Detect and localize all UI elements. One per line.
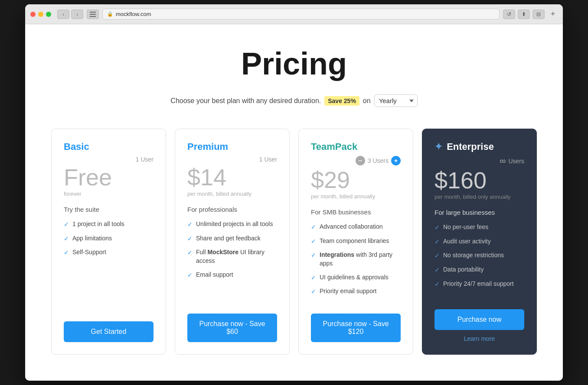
plan-premium-tagline: For professionals	[187, 206, 277, 213]
check-icon: ✓	[434, 238, 440, 246]
plan-premium-users: 1 User	[187, 156, 277, 163]
lock-icon: 🔒	[107, 11, 113, 17]
check-icon: ✓	[64, 249, 69, 257]
plan-basic-name: Basic	[64, 141, 154, 152]
billing-select[interactable]: Yearly Monthly	[374, 94, 418, 107]
enterprise-learn-more-link[interactable]: Learn more	[434, 335, 524, 342]
close-button[interactable]	[30, 12, 36, 17]
subtitle-row: Choose your best plan with any desired d…	[51, 94, 537, 107]
check-icon: ✓	[311, 251, 316, 260]
plan-teampack-users: − 3 Users +	[311, 156, 401, 165]
plan-teampack-price-sub: per month, billed annually	[311, 193, 401, 200]
plan-premium-price-sub: per month, billed annually	[187, 191, 277, 197]
address-bar[interactable]: 🔒 mockflow.com	[102, 9, 500, 19]
list-item: ✓ Share and get feedback	[187, 234, 277, 243]
teampack-cta-button[interactable]: Purchase now - Save $120	[311, 314, 401, 342]
plan-enterprise-price-sub: per month, billed only annually	[434, 194, 524, 200]
check-icon: ✓	[187, 271, 193, 280]
plan-basic-price-sub: forever	[64, 191, 154, 197]
check-icon: ✓	[434, 252, 440, 260]
svg-rect-2	[90, 16, 96, 17]
forward-button[interactable]: ›	[71, 10, 83, 19]
fullscreen-button[interactable]	[46, 12, 51, 17]
list-item: ✓ Data portability	[434, 265, 524, 275]
plan-teampack-name: TeamPack	[311, 141, 401, 152]
list-item: ✓ Team component libraries	[311, 237, 401, 246]
reload-button[interactable]: ↺	[503, 10, 515, 19]
list-item: ✓ UI guidelines & approvals	[311, 273, 401, 282]
basic-cta-button[interactable]: Get Started	[64, 321, 154, 342]
plan-enterprise-tagline: For large businesses	[434, 209, 524, 216]
check-icon: ✓	[187, 235, 193, 243]
plan-basic-tagline: Try the suite	[64, 206, 154, 213]
plan-enterprise: ✦ Enterprise ∞ Users $160 per month, bil…	[422, 129, 537, 355]
svg-rect-1	[90, 14, 96, 15]
plan-basic-users: 1 User	[64, 156, 154, 163]
page-content: Pricing Choose your best plan with any d…	[25, 24, 563, 381]
check-icon: ✓	[187, 220, 193, 229]
list-item: ✓ Email support	[187, 271, 277, 280]
check-icon: ✓	[187, 249, 193, 257]
browser-window: ‹ › 🔒 mockflow.com ↺ ⬆ ⊟ + Pricing Choos…	[25, 4, 563, 381]
enterprise-cta-button[interactable]: Purchase now	[434, 309, 524, 330]
tab-button[interactable]: ⊟	[532, 10, 545, 19]
plan-basic-price: Free	[64, 165, 154, 189]
save-badge: Save 25%	[324, 96, 359, 106]
users-decrease-button[interactable]: −	[356, 156, 365, 165]
plan-enterprise-price: $160	[434, 168, 524, 192]
plan-enterprise-users: ∞ Users	[434, 156, 524, 166]
list-item: ✓ 1 project in all tools	[64, 220, 154, 229]
subtitle-text: Choose your best plan with any desired d…	[170, 97, 321, 105]
add-tab-button[interactable]: +	[548, 10, 558, 19]
list-item: ✓ Audit user activity	[434, 237, 524, 246]
list-item: ✓ Advanced collaboration	[311, 223, 401, 232]
minimize-button[interactable]	[38, 12, 43, 17]
page-title: Pricing	[51, 46, 537, 81]
plans-grid: Basic 1 User Free forever Try the suite …	[51, 129, 537, 355]
check-icon: ✓	[311, 237, 316, 246]
subtitle-on: on	[363, 97, 371, 105]
check-icon: ✓	[434, 223, 440, 232]
plan-premium-name: Premium	[187, 141, 277, 152]
plan-premium-features: ✓ Unlimited projects in all tools ✓ Shar…	[187, 220, 277, 301]
svg-rect-0	[90, 12, 96, 13]
list-item: ✓ No storage restrictions	[434, 251, 524, 260]
plan-enterprise-features: ✓ No per-user fees ✓ Audit user activity…	[434, 223, 524, 297]
sparkle-icon: ✦	[434, 141, 442, 152]
plan-premium: Premium 1 User $14 per month, billed ann…	[175, 129, 290, 355]
browser-chrome: ‹ › 🔒 mockflow.com ↺ ⬆ ⊟ +	[25, 4, 563, 24]
list-item: ✓ No per-user fees	[434, 223, 524, 232]
list-item: ✓ Priority email support	[311, 287, 401, 296]
check-icon: ✓	[64, 220, 69, 229]
list-item: ✓ Self-Support	[64, 248, 154, 257]
url-text: mockflow.com	[116, 11, 151, 17]
plan-teampack-price: $29	[311, 168, 401, 191]
share-button[interactable]: ⬆	[518, 10, 530, 19]
check-icon: ✓	[434, 280, 440, 289]
users-increase-button[interactable]: +	[391, 156, 401, 165]
back-button[interactable]: ‹	[57, 10, 69, 19]
list-item: ✓ App limitations	[64, 234, 154, 243]
traffic-lights	[30, 12, 51, 17]
browser-actions: ↺ ⬆ ⊟	[503, 10, 545, 19]
plan-basic: Basic 1 User Free forever Try the suite …	[51, 129, 166, 355]
plan-basic-features: ✓ 1 project in all tools ✓ App limitatio…	[64, 220, 154, 309]
sidebar-toggle[interactable]	[87, 10, 99, 19]
plan-teampack-features: ✓ Advanced collaboration ✓ Team componen…	[311, 223, 401, 301]
plan-premium-price: $14	[187, 165, 277, 189]
nav-buttons: ‹ ›	[57, 10, 83, 19]
list-item: ✓ Unlimited projects in all tools	[187, 220, 277, 229]
list-item: ✓ Priority 24/7 email support	[434, 280, 524, 289]
list-item: ✓ Full MockStore UI library access	[187, 248, 277, 265]
plan-teampack: TeamPack − 3 Users + $29 per month, bill…	[298, 129, 413, 355]
check-icon: ✓	[434, 266, 440, 275]
check-icon: ✓	[311, 274, 316, 282]
check-icon: ✓	[311, 288, 316, 296]
plan-teampack-tagline: For SMB businesses	[311, 208, 401, 216]
plan-enterprise-name: ✦ Enterprise	[434, 141, 524, 152]
check-icon: ✓	[311, 223, 316, 232]
check-icon: ✓	[64, 235, 69, 243]
premium-cta-button[interactable]: Purchase now - Save $60	[187, 314, 277, 342]
infinity-icon: ∞	[500, 156, 506, 166]
list-item: ✓ Integrations with 3rd party apps	[311, 251, 401, 268]
